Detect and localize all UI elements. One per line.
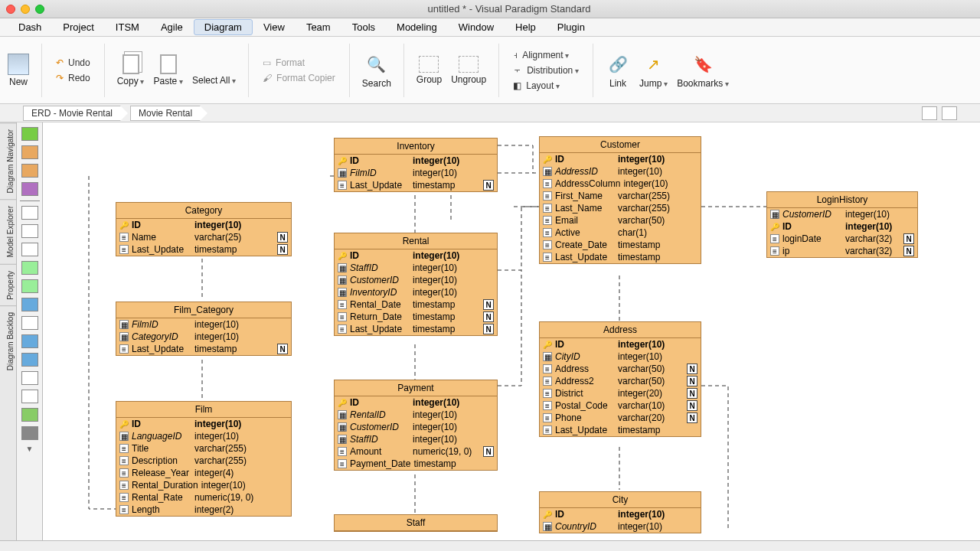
palette-misc3-icon[interactable]: [21, 353, 38, 367]
entity-column[interactable]: ≡Last_UpdatetimestampN: [116, 343, 291, 355]
breadcrumb-leaf[interactable]: Movie Rental: [130, 106, 201, 121]
entity-column[interactable]: ▦CategoryIDinteger(10): [116, 331, 291, 343]
select-all-button[interactable]: Select All: [191, 52, 237, 89]
palette-misc7-icon[interactable]: [21, 426, 38, 440]
menu-view[interactable]: View: [253, 19, 296, 35]
entity-film[interactable]: Film🔑IDinteger(10)▦LanguageIDinteger(10)…: [116, 401, 292, 517]
entity-column[interactable]: ≡Addressvarchar(50)N: [540, 363, 701, 375]
entity-column[interactable]: ≡Release_Yearinteger(4): [116, 467, 291, 479]
palette-cursor-icon[interactable]: [21, 127, 38, 141]
entity-column[interactable]: ≡Last_Updatetimestamp: [540, 424, 701, 436]
menu-team[interactable]: Team: [296, 19, 341, 35]
entity-address[interactable]: Address🔑IDinteger(10)▦CityIDinteger(10)≡…: [539, 321, 701, 437]
redo-button[interactable]: ↷Redo: [53, 71, 93, 85]
entity-column[interactable]: ≡Descriptionvarchar(255): [116, 455, 291, 467]
palette-more-icon[interactable]: ▼: [26, 445, 34, 453]
entity-column[interactable]: ▦FilmIDinteger(10): [116, 318, 291, 331]
entity-column[interactable]: ≡AddressColumninteger(10): [540, 178, 701, 190]
breadcrumb-root[interactable]: ERD - Movie Rental: [23, 106, 121, 121]
entity-loginhistory[interactable]: LoginHistory▦CustomerIDinteger(10)🔑IDint…: [766, 191, 918, 258]
entity-city[interactable]: City🔑IDinteger(10)▦CountryIDinteger(10): [539, 491, 701, 533]
palette-misc5-icon[interactable]: [21, 390, 38, 403]
entity-column[interactable]: ▦InventoryIDinteger(10): [335, 286, 497, 298]
close-window-icon[interactable]: [6, 5, 15, 14]
entity-column[interactable]: 🔑IDinteger(10): [335, 155, 497, 167]
jump-button[interactable]: ↗ Jump: [638, 49, 669, 92]
layout-menu[interactable]: ◧Layout: [510, 79, 582, 93]
minimize-window-icon[interactable]: [21, 5, 30, 14]
palette-rel1-icon[interactable]: [21, 206, 38, 220]
new-button[interactable]: New: [6, 51, 31, 90]
palette-view-icon[interactable]: [21, 182, 38, 196]
palette-pkg-icon[interactable]: [21, 298, 38, 311]
menu-modeling[interactable]: Modeling: [386, 19, 448, 35]
menu-agile[interactable]: Agile: [150, 19, 194, 35]
entity-column[interactable]: 🔑IDinteger(10): [767, 220, 917, 233]
entity-column[interactable]: ≡Namevarchar(25)N: [116, 231, 291, 243]
entity-column[interactable]: 🔑IDinteger(10): [540, 508, 701, 520]
alignment-menu[interactable]: ⫞Alignment: [510, 48, 582, 62]
distribution-menu[interactable]: ⫟Distribution: [510, 64, 582, 77]
sidetab-property[interactable]: Property: [0, 264, 16, 306]
entity-column[interactable]: ≡Last_Updatetimestamp: [540, 251, 701, 263]
palette-note2-icon[interactable]: [21, 279, 38, 293]
entity-column[interactable]: ≡Last_Namevarchar(255): [540, 202, 701, 214]
entity-column[interactable]: 🔑IDinteger(10): [335, 396, 497, 409]
palette-misc2-icon[interactable]: [21, 334, 38, 348]
entity-column[interactable]: ▦StaffIDinteger(10): [335, 262, 497, 274]
entity-column[interactable]: ≡Postal_Codevarchar(10)N: [540, 399, 701, 412]
menu-plugin[interactable]: Plugin: [547, 19, 596, 35]
entity-column[interactable]: ≡Last_UpdatetimestampN: [335, 323, 497, 335]
entity-category[interactable]: Category🔑IDinteger(10)≡Namevarchar(25)N≡…: [116, 202, 292, 256]
entity-filmcategory[interactable]: Film_Category▦FilmIDinteger(10)▦Category…: [116, 302, 292, 356]
group-button[interactable]: Group: [415, 53, 443, 88]
entity-column[interactable]: ≡Create_Datetimestamp: [540, 239, 701, 251]
palette-note-icon[interactable]: [21, 261, 38, 275]
entity-column[interactable]: ▦StaffIDinteger(10): [335, 433, 497, 445]
entity-column[interactable]: ▦CustomerIDinteger(10): [335, 421, 497, 433]
entity-column[interactable]: 🔑IDinteger(10): [540, 338, 701, 350]
menu-project[interactable]: Project: [52, 19, 104, 35]
entity-column[interactable]: ▦AddressIDinteger(10): [540, 165, 701, 178]
entity-column[interactable]: ≡Activechar(1): [540, 227, 701, 239]
copy-button[interactable]: Copy: [116, 51, 146, 90]
ungroup-button[interactable]: Ungroup: [449, 53, 488, 88]
entity-column[interactable]: ≡Amountnumeric(19, 0)N: [335, 445, 497, 458]
entity-inventory[interactable]: Inventory🔑IDinteger(10)▦FilmIDinteger(10…: [334, 138, 498, 192]
format-button[interactable]: ▭Format: [260, 56, 338, 70]
entity-payment[interactable]: Payment🔑IDinteger(10)▦RentalIDinteger(10…: [334, 380, 498, 471]
palette-entity-icon[interactable]: [21, 145, 38, 159]
undo-button[interactable]: ↶Undo: [53, 56, 93, 70]
entity-column[interactable]: ≡Districtinteger(20)N: [540, 387, 701, 399]
sidetab-diagram-backlog[interactable]: Diagram Backlog: [0, 305, 16, 377]
entity-column[interactable]: ▦FilmIDinteger(10): [335, 167, 497, 179]
diagram-view-icon[interactable]: [942, 106, 957, 120]
entity-column[interactable]: ≡First_Namevarchar(255): [540, 190, 701, 202]
entity-column[interactable]: ≡Address2varchar(50)N: [540, 375, 701, 387]
palette-rel3-icon[interactable]: [21, 243, 38, 256]
zoom-window-icon[interactable]: [35, 5, 44, 14]
entity-column[interactable]: ▦CountryIDinteger(10): [540, 520, 701, 533]
palette-rel2-icon[interactable]: [21, 224, 38, 238]
diagram-canvas[interactable]: Inventory🔑IDinteger(10)▦FilmIDinteger(10…: [43, 122, 980, 540]
diagram-ql-icon[interactable]: [922, 106, 937, 120]
entity-column[interactable]: ≡Rental_DatetimestampN: [335, 298, 497, 311]
palette-misc6-icon[interactable]: [21, 408, 38, 422]
entity-customer[interactable]: Customer🔑IDinteger(10)▦AddressIDinteger(…: [539, 136, 701, 264]
entity-column[interactable]: ≡Lengthinteger(2): [116, 504, 291, 516]
entity-column[interactable]: ▦CityIDinteger(10): [540, 350, 701, 363]
entity-column[interactable]: ▦RentalIDinteger(10): [335, 409, 497, 421]
entity-column[interactable]: 🔑IDinteger(10): [116, 418, 291, 430]
format-copier-button[interactable]: 🖌Format Copier: [260, 71, 338, 85]
entity-column[interactable]: ≡ipvarchar(32)N: [767, 245, 917, 257]
menu-diagram[interactable]: Diagram: [194, 19, 253, 35]
sidetab-model-explorer[interactable]: Model Explorer: [0, 199, 16, 263]
entity-column[interactable]: ▦LanguageIDinteger(10): [116, 430, 291, 442]
entity-column[interactable]: ≡Payment_Datetimestamp: [335, 458, 497, 470]
entity-column[interactable]: ≡Last_UpdatetimestampN: [116, 243, 291, 256]
entity-rental[interactable]: Rental🔑IDinteger(10)▦StaffIDinteger(10)▦…: [334, 233, 498, 336]
entity-column[interactable]: ▦CustomerIDinteger(10): [335, 274, 497, 286]
entity-column[interactable]: ≡Rental_Durationinteger(10): [116, 479, 291, 491]
entity-column[interactable]: ≡Return_DatetimestampN: [335, 311, 497, 323]
link-button[interactable]: 🔗 Link: [604, 49, 632, 92]
